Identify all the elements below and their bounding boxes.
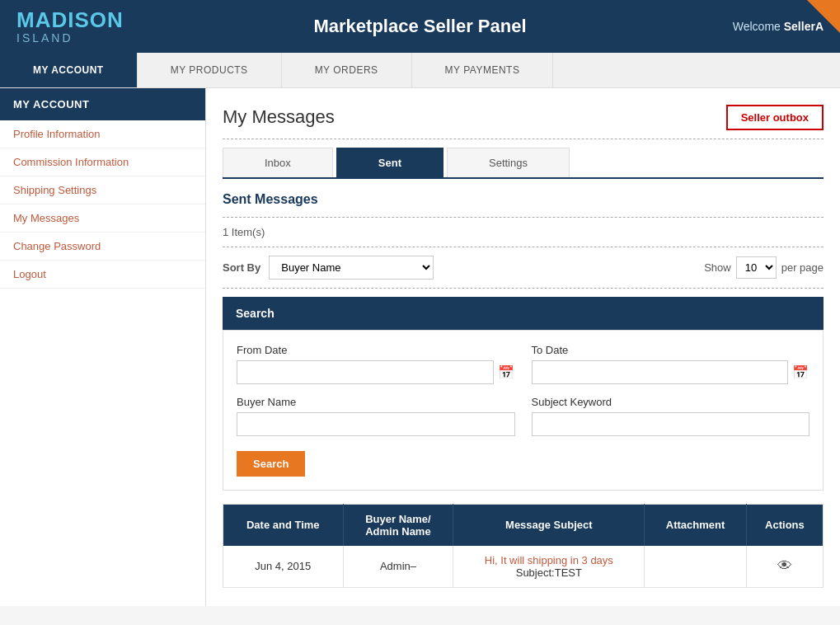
- view-icon[interactable]: 👁: [777, 557, 792, 574]
- nav-my-account[interactable]: MY ACCOUNT: [0, 53, 138, 87]
- page-header: My Messages Seller outbox: [223, 105, 824, 130]
- sidebar-item-shipping[interactable]: Shipping Settings: [0, 176, 205, 204]
- tabs-bar: Inbox Sent Settings: [223, 148, 824, 179]
- col-date-time: Date and Time: [223, 504, 344, 546]
- sort-select[interactable]: Buyer Name Date Subject: [269, 256, 434, 280]
- to-date-calendar-icon[interactable]: 📅: [791, 363, 809, 381]
- from-date-group: From Date 📅: [237, 344, 515, 384]
- col-attachment: Attachment: [645, 504, 747, 546]
- search-panel-title: Search: [236, 307, 275, 320]
- table-header-row: Date and Time Buyer Name/Admin Name Mess…: [223, 504, 824, 546]
- from-date-input[interactable]: [237, 360, 494, 384]
- divider-2: [223, 247, 824, 247]
- sidebar-title: MY ACCOUNT: [0, 88, 205, 120]
- page-header-title: Marketplace Seller Panel: [313, 16, 526, 37]
- search-form: From Date 📅 To Date 📅 Buyer Name: [223, 330, 824, 491]
- message-subject-link[interactable]: Hi, It will shipping in 3 days: [485, 554, 613, 566]
- sidebar-item-logout[interactable]: Logout: [0, 261, 205, 289]
- from-date-label: From Date: [237, 344, 515, 356]
- logo-island: ISLAND: [16, 32, 124, 45]
- content: My Messages Seller outbox Inbox Sent Set…: [206, 88, 840, 606]
- table-row: Jun 4, 2015 Admin– Hi, It will shipping …: [223, 546, 824, 588]
- cell-buyer-admin: Admin–: [343, 546, 453, 588]
- buyer-name-group: Buyer Name: [237, 396, 515, 436]
- tab-inbox[interactable]: Inbox: [223, 148, 333, 177]
- to-date-group: To Date 📅: [532, 344, 810, 384]
- divider-top: [223, 139, 824, 139]
- sidebar: MY ACCOUNT Profile Information Commissio…: [0, 88, 206, 606]
- from-date-calendar-icon[interactable]: 📅: [497, 363, 515, 381]
- header-username: SellerA: [784, 20, 824, 33]
- col-actions: Actions: [746, 504, 823, 546]
- tab-sent[interactable]: Sent: [336, 148, 443, 177]
- sort-row: Sort By Buyer Name Date Subject Show 10 …: [223, 256, 824, 280]
- to-date-label: To Date: [532, 344, 810, 356]
- divider-3: [223, 288, 824, 289]
- logo-madison: MADISON: [16, 8, 124, 32]
- section-heading: Sent Messages: [223, 192, 824, 207]
- col-message-subject: Message Subject: [453, 504, 645, 546]
- sidebar-item-change-password[interactable]: Change Password: [0, 233, 205, 261]
- message-subject-label: Subject:TEST: [516, 566, 582, 579]
- form-row-dates: From Date 📅 To Date 📅: [237, 344, 809, 384]
- buyer-name-label: Buyer Name: [237, 396, 515, 408]
- header-welcome: Welcome SellerA: [733, 20, 824, 33]
- page-title: My Messages: [223, 106, 335, 128]
- search-button[interactable]: Search: [237, 451, 305, 477]
- main-layout: MY ACCOUNT Profile Information Commissio…: [0, 88, 840, 606]
- sort-left: Sort By Buyer Name Date Subject: [223, 256, 434, 280]
- to-date-wrapper: 📅: [532, 360, 810, 384]
- header: MADISON ISLAND Marketplace Seller Panel …: [0, 0, 840, 53]
- logo: MADISON ISLAND: [16, 8, 124, 45]
- nav-my-orders[interactable]: MY ORDERS: [282, 53, 412, 87]
- form-row-names: Buyer Name Subject Keyword: [237, 396, 809, 436]
- cell-message-subject: Hi, It will shipping in 3 days Subject:T…: [453, 546, 645, 588]
- to-date-input[interactable]: [532, 360, 789, 384]
- sidebar-item-profile[interactable]: Profile Information: [0, 120, 205, 148]
- sort-by-label: Sort By: [223, 261, 260, 274]
- per-page-select[interactable]: 10 20 50: [736, 256, 777, 279]
- divider-1: [223, 217, 824, 218]
- show-label: Show: [704, 261, 731, 274]
- items-count: 1 Item(s): [223, 226, 824, 238]
- col-buyer-admin: Buyer Name/Admin Name: [343, 504, 453, 546]
- cell-attachment: [645, 546, 747, 588]
- subject-keyword-label: Subject Keyword: [532, 396, 810, 408]
- per-page-text: per page: [781, 261, 824, 274]
- sidebar-item-commission[interactable]: Commission Information: [0, 148, 205, 176]
- nav-bar: MY ACCOUNT MY PRODUCTS MY ORDERS MY PAYM…: [0, 53, 840, 88]
- sort-right: Show 10 20 50 per page: [704, 256, 824, 279]
- from-date-wrapper: 📅: [237, 360, 515, 384]
- subject-keyword-group: Subject Keyword: [532, 396, 810, 436]
- nav-my-products[interactable]: MY PRODUCTS: [138, 53, 282, 87]
- sidebar-item-messages[interactable]: My Messages: [0, 204, 205, 233]
- buyer-name-input[interactable]: [237, 412, 515, 436]
- messages-table: Date and Time Buyer Name/Admin Name Mess…: [223, 504, 824, 588]
- tab-settings[interactable]: Settings: [447, 148, 570, 177]
- nav-my-payments[interactable]: MY PAYMENTS: [412, 53, 554, 87]
- seller-outbox-badge[interactable]: Seller outbox: [726, 105, 824, 130]
- cell-actions: 👁: [746, 546, 823, 588]
- search-panel-header: Search: [223, 297, 824, 330]
- cell-date-time: Jun 4, 2015: [223, 546, 344, 588]
- subject-keyword-input[interactable]: [532, 412, 810, 436]
